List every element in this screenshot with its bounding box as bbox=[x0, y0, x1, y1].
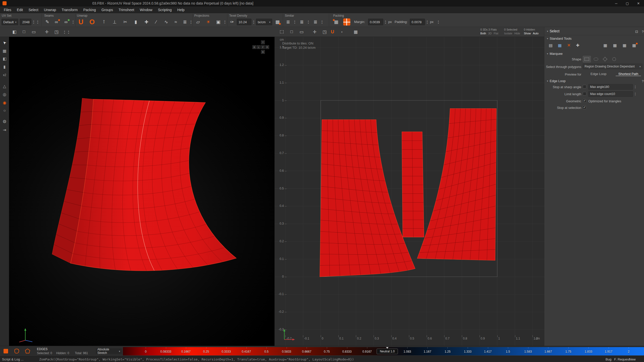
stat-option-hide[interactable]: Hide bbox=[514, 32, 520, 35]
menu-item-help[interactable]: Help bbox=[175, 7, 187, 13]
uv-marquee-icon[interactable] bbox=[277, 28, 286, 36]
minimize-button[interactable]: ─ bbox=[611, 0, 622, 7]
align-similar-icon[interactable]: ≣ bbox=[297, 18, 306, 26]
box-projection-icon[interactable]: ▣ bbox=[214, 18, 223, 26]
texel-stepper[interactable] bbox=[252, 19, 255, 25]
menu-item-trimsheet[interactable]: Trimsheet bbox=[116, 7, 137, 13]
column-select-icon[interactable]: ▮ bbox=[1, 63, 8, 70]
viewcube-left[interactable]: L bbox=[257, 45, 261, 49]
grid-select-a-icon[interactable]: ▦ bbox=[601, 42, 610, 49]
weld-edges-icon[interactable]: ✚ bbox=[142, 18, 151, 26]
menu-item-transform[interactable]: Transform bbox=[59, 7, 80, 13]
maximize-button[interactable]: ▢ bbox=[622, 0, 633, 7]
stat-option-show[interactable]: Show bbox=[524, 32, 531, 35]
close-button[interactable]: ✕ bbox=[633, 0, 644, 7]
uv-island-middle[interactable] bbox=[402, 132, 424, 237]
snap-grid-icon[interactable]: ▦ bbox=[351, 28, 360, 36]
gizmo-stepper-1[interactable] bbox=[63, 29, 66, 35]
preview-shortest-path-button[interactable]: Shortest Path bbox=[616, 72, 641, 76]
script-log-button[interactable]: Script & Log ... bbox=[2, 357, 24, 361]
marquee-header[interactable]: Marquee bbox=[547, 52, 563, 56]
seam-brush-icon[interactable]: ✎ bbox=[43, 18, 52, 26]
box-select-icon[interactable]: ▦ bbox=[1, 47, 8, 54]
select-grid-icon[interactable]: ▦ bbox=[555, 42, 564, 49]
layout-3d-icon[interactable]: ◧ bbox=[10, 28, 19, 36]
stat-option-flat[interactable]: Flat bbox=[494, 32, 498, 35]
pack-button-icon[interactable] bbox=[342, 18, 351, 26]
layout-uv-icon[interactable]: ▭ bbox=[29, 28, 38, 36]
seam-cut-loop-icon[interactable]: ∞ bbox=[52, 18, 61, 26]
max-edge-stepper[interactable] bbox=[634, 91, 637, 97]
shape-circle-icon[interactable] bbox=[610, 56, 618, 62]
seam-weld-loop-icon[interactable]: ∞ bbox=[62, 18, 70, 26]
layout-split-icon[interactable]: □ bbox=[20, 28, 28, 36]
standard-tools-header[interactable]: Standard Tools bbox=[547, 37, 572, 40]
menu-item-files[interactable]: Files bbox=[1, 7, 14, 13]
stretch-gradient-bar[interactable]: Neutral 1.0 00.083330.16670.250.33330.41… bbox=[123, 347, 644, 355]
viewcube-back[interactable]: B bbox=[252, 45, 256, 49]
menu-item-packing[interactable]: Packing bbox=[80, 7, 99, 13]
panel-help-icon[interactable]: ? bbox=[638, 28, 644, 35]
select-panel-header[interactable]: Select bbox=[547, 29, 560, 33]
pointer-tool-icon[interactable]: ➤ bbox=[1, 39, 8, 46]
x2-icon[interactable]: x2 bbox=[1, 71, 8, 79]
stop-sharp-checkbox[interactable] bbox=[583, 85, 586, 88]
uvset-stepper[interactable] bbox=[36, 19, 39, 25]
uvset-preset-dropdown[interactable]: Default ▾ bbox=[2, 19, 18, 25]
feature-request-link[interactable]: F. Request bbox=[614, 357, 630, 361]
grid-select-d-icon[interactable]: ▦ bbox=[630, 42, 638, 49]
straighten-icon[interactable]: ∕ bbox=[152, 18, 160, 26]
edge-constraint-icon[interactable]: ▮ bbox=[132, 18, 140, 26]
max-angle-field[interactable]: Max angle 180 bbox=[588, 84, 633, 90]
neutral-marker[interactable]: Neutral 1.0 bbox=[377, 349, 398, 354]
distribute-similar-icon[interactable]: ≣ bbox=[311, 18, 320, 26]
shape-ellipse-icon[interactable] bbox=[592, 56, 600, 62]
magnet-unwrap-icon[interactable]: U ▾ bbox=[331, 28, 342, 36]
polygon-mode-icon[interactable]: ○ bbox=[1, 107, 8, 114]
stop-selection-checkbox[interactable] bbox=[583, 106, 586, 109]
edge-mode-icon[interactable]: ◉ bbox=[1, 99, 8, 106]
smooth-icon[interactable]: ≈ bbox=[171, 18, 180, 26]
island-border-toggle-icon[interactable] bbox=[14, 348, 20, 354]
vertex-mode-icon[interactable]: ◎ bbox=[1, 91, 8, 98]
optimize-o-button[interactable]: O bbox=[87, 18, 97, 26]
fill-toggle-icon[interactable] bbox=[4, 349, 8, 353]
stack-similar-icon[interactable]: ≣ bbox=[284, 18, 292, 26]
padding-stepper[interactable] bbox=[425, 19, 429, 25]
new-release-link[interactable]: New Release bbox=[629, 357, 644, 362]
edge-loop-help-icon[interactable]: ? bbox=[638, 78, 644, 85]
iterations-icon[interactable]: ≣ bbox=[181, 18, 189, 26]
uv-box-display-icon[interactable]: □ bbox=[287, 28, 296, 36]
apply-texel-icon[interactable]: ▩ bbox=[273, 18, 282, 26]
margin-stepper[interactable] bbox=[384, 19, 387, 25]
grid-select-c-icon[interactable]: ▦ bbox=[620, 42, 629, 49]
bug-link[interactable]: Bug bbox=[606, 357, 611, 361]
max-edge-field[interactable]: Max edge count 10 bbox=[588, 91, 633, 97]
pin-icon[interactable]: ⊺ bbox=[100, 18, 108, 26]
add-selection-icon[interactable]: ✚ bbox=[573, 42, 582, 49]
viewcube-right[interactable]: R bbox=[265, 45, 269, 49]
stat-option-both[interactable]: Both bbox=[480, 32, 486, 35]
gizmo-toggle-icon[interactable]: △ bbox=[1, 83, 8, 90]
texel-density-field[interactable]: 10.24 bbox=[237, 19, 251, 25]
menu-item-scripting[interactable]: Scripting bbox=[155, 7, 174, 13]
map-size-stepper[interactable] bbox=[32, 19, 35, 25]
move-tool-icon[interactable]: ✛ bbox=[42, 28, 51, 36]
shape-polygon-icon[interactable] bbox=[601, 56, 609, 62]
menu-item-edit[interactable]: Edit bbox=[14, 7, 26, 13]
margin-field[interactable]: 0.0039 bbox=[368, 19, 383, 25]
clear-selection-icon[interactable]: ✕ bbox=[565, 42, 573, 49]
packing-tiles-icon[interactable]: ▦ bbox=[332, 18, 340, 26]
viewport-3d[interactable]: T B L F R B bbox=[9, 37, 274, 346]
uv-flat-display-icon[interactable]: ▭ bbox=[297, 28, 306, 36]
menu-item-groups[interactable]: Groups bbox=[99, 7, 116, 13]
wireframe-toggle-icon[interactable] bbox=[25, 348, 30, 354]
auto-projection-icon[interactable]: ☀ bbox=[204, 18, 212, 26]
projections-stepper[interactable] bbox=[223, 19, 227, 25]
grid-select-b-icon[interactable]: ▦ bbox=[611, 42, 619, 49]
padding-field[interactable]: 0.0078 bbox=[410, 19, 425, 25]
relax-icon[interactable]: ∿ bbox=[162, 18, 170, 26]
unwrap-u-button[interactable]: U bbox=[76, 18, 86, 26]
region-direction-dropdown[interactable]: Region Drawing Direction Dependant ▾ bbox=[583, 64, 642, 69]
uv-move-tool-icon[interactable]: ✛ bbox=[310, 28, 319, 36]
